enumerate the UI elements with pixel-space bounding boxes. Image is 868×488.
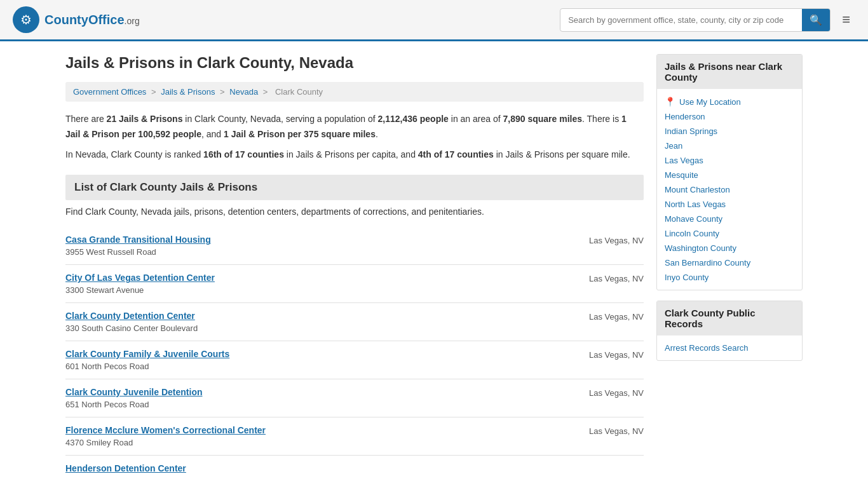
use-location-link[interactable]: 📍 Use My Location [665, 94, 794, 109]
records-box: Clark County Public Records Arrest Recor… [656, 301, 803, 361]
list-item: Clark County Juvenile Detention 651 Nort… [65, 379, 644, 417]
list-item: City Of Las Vegas Detention Center 3300 … [65, 264, 644, 302]
facility-city-state: Las Vegas, NV [589, 388, 644, 398]
breadcrumb-link-offices[interactable]: Government Offices [73, 87, 146, 97]
nearby-link[interactable]: Henderson [665, 109, 794, 124]
facility-name[interactable]: City Of Las Vegas Detention Center [65, 273, 215, 283]
menu-icon[interactable]: ≡ [837, 9, 855, 30]
search-input[interactable] [560, 10, 802, 30]
nearby-link[interactable]: Mount Charleston [665, 182, 794, 197]
facility-address: 3955 West Russell Road [65, 247, 211, 257]
search-button[interactable]: 🔍 [802, 9, 830, 31]
list-item: Clark County Family & Juvenile Courts 60… [65, 341, 644, 379]
facility-address: 651 North Pecos Road [65, 400, 202, 409]
records-links-container: Arrest Records Search [665, 341, 794, 355]
facility-city-state: Las Vegas, NV [589, 350, 644, 360]
breadcrumb-link-nevada[interactable]: Nevada [229, 87, 258, 97]
breadcrumb: Government Offices > Jails & Prisons > N… [65, 82, 644, 102]
nearby-box: Jails & Prisons near Clark County 📍 Use … [656, 54, 803, 290]
header-right: 🔍 ≡ [560, 8, 855, 32]
nearby-header: Jails & Prisons near Clark County [657, 55, 802, 89]
records-link[interactable]: Arrest Records Search [665, 341, 794, 355]
nearby-link[interactable]: Jean [665, 139, 794, 153]
facility-address: 330 South Casino Center Boulevard [65, 323, 198, 333]
facility-name[interactable]: Florence Mcclure Women's Correctional Ce… [65, 425, 266, 435]
nearby-link[interactable]: San Bernardino County [665, 255, 794, 270]
nearby-link[interactable]: Mesquite [665, 168, 794, 182]
breadcrumb-link-jails[interactable]: Jails & Prisons [161, 87, 215, 97]
nearby-links-container: HendersonIndian SpringsJeanLas VegasMesq… [665, 109, 794, 285]
header: ⚙ CountyOffice.org 🔍 ≡ [0, 0, 868, 41]
content-area: Jails & Prisons in Clark County, Nevada … [65, 54, 644, 484]
list-item: Henderson Detention Center [65, 455, 644, 484]
facility-name[interactable]: Clark County Juvenile Detention [65, 387, 202, 397]
nearby-link[interactable]: Washington County [665, 241, 794, 255]
facility-city-state: Las Vegas, NV [589, 236, 644, 245]
facility-name[interactable]: Clark County Detention Center [65, 311, 198, 321]
logo-area: ⚙ CountyOffice.org [13, 6, 140, 33]
page-title: Jails & Prisons in Clark County, Nevada [65, 54, 644, 72]
list-section-header: List of Clark County Jails & Prisons [65, 175, 644, 200]
facility-city-state: Las Vegas, NV [589, 312, 644, 322]
list-item: Clark County Detention Center 330 South … [65, 302, 644, 341]
nearby-link[interactable]: Inyo County [665, 270, 794, 285]
nearby-link[interactable]: Mohave County [665, 212, 794, 226]
search-bar: 🔍 [560, 8, 831, 32]
facility-city-state: Las Vegas, NV [589, 274, 644, 283]
location-icon: 📍 [665, 97, 675, 107]
records-content: Arrest Records Search [657, 336, 802, 360]
facility-name[interactable]: Casa Grande Transitional Housing [65, 234, 211, 245]
facility-address: 4370 Smiley Road [65, 438, 266, 447]
main-container: Jails & Prisons in Clark County, Nevada … [53, 41, 815, 488]
nearby-link[interactable]: Lincoln County [665, 226, 794, 241]
nearby-link[interactable]: North Las Vegas [665, 197, 794, 212]
nearby-link[interactable]: Las Vegas [665, 153, 794, 168]
sidebar: Jails & Prisons near Clark County 📍 Use … [656, 54, 803, 484]
facility-address: 601 North Pecos Road [65, 362, 229, 371]
list-item: Florence Mcclure Women's Correctional Ce… [65, 417, 644, 455]
list-description: Find Clark County, Nevada jails, prisons… [65, 207, 644, 217]
nearby-link[interactable]: Indian Springs [665, 124, 794, 139]
facility-city-state: Las Vegas, NV [589, 426, 644, 436]
facility-address: 3300 Stewart Avenue [65, 285, 215, 295]
logo-icon: ⚙ [13, 6, 39, 33]
records-header: Clark County Public Records [657, 301, 802, 336]
facility-name[interactable]: Henderson Detention Center [65, 463, 186, 473]
list-item: Casa Grande Transitional Housing 3955 We… [65, 227, 644, 264]
logo-text: CountyOffice.org [44, 13, 140, 27]
breadcrumb-current: Clark County [275, 87, 323, 97]
facility-list: Casa Grande Transitional Housing 3955 We… [65, 227, 644, 484]
info-section: There are 21 Jails & Prisons in Clark Co… [65, 112, 644, 162]
nearby-content: 📍 Use My Location HendersonIndian Spring… [657, 89, 802, 290]
facility-name[interactable]: Clark County Family & Juvenile Courts [65, 349, 229, 359]
